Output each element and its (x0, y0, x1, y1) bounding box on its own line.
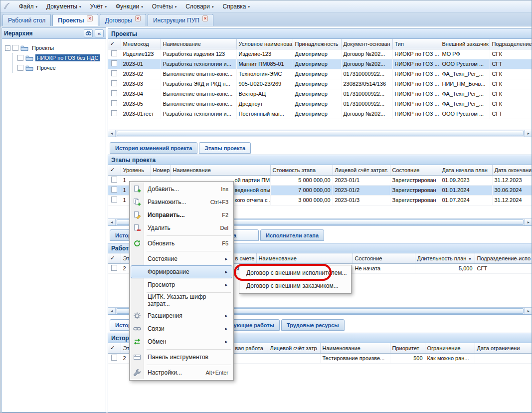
menu-item-add[interactable]: Добавить... Ins (131, 183, 232, 196)
row-checkbox[interactable] (108, 185, 121, 195)
column-header[interactable]: Наименование (171, 165, 270, 175)
scroll-right-icon[interactable]: ► (525, 308, 532, 314)
column-header[interactable]: Состояние (353, 253, 415, 263)
close-icon[interactable]: × (87, 15, 92, 21)
column-header[interactable]: Наименование (256, 253, 353, 263)
menu-item-duplicate[interactable]: Размножить... Ctrl+F3 (131, 196, 232, 208)
table-row[interactable]: 2023-01тестРазработка технологии и...Пос… (108, 109, 532, 119)
checkbox-icon[interactable] (111, 110, 117, 116)
checkbox-icon[interactable] (111, 90, 117, 96)
column-header[interactable]: Наименование (161, 39, 236, 49)
menubar-item-help[interactable]: Справка▾ (218, 1, 254, 11)
table-row[interactable]: 2023-05Выполнение опытно-конс...Дредноут… (108, 99, 532, 109)
close-icon[interactable]: × (135, 15, 141, 21)
checkbox-icon[interactable] (111, 197, 117, 203)
menu-item-extensions[interactable]: Расширения ► (131, 309, 232, 322)
column-header[interactable]: Номер (151, 165, 171, 175)
column-header[interactable]: Тип (392, 39, 440, 49)
menu-item-refresh[interactable]: Обновить F5 (131, 237, 232, 250)
scroll-left-icon[interactable]: ◄ (108, 308, 116, 314)
menubar-item-accounting[interactable]: Учёт▾ (85, 1, 111, 11)
checkbox-icon[interactable] (111, 100, 117, 106)
row-checkbox[interactable] (108, 353, 121, 363)
table-row[interactable]: 2023-03Разработка ЭКД и РКД н...905-U020… (108, 79, 532, 89)
column-header[interactable]: Ограничение (425, 343, 475, 353)
menubar-item-functions[interactable]: Функции▾ (111, 1, 148, 11)
menu-item-citk-cost-code[interactable]: ЦИТК. Указать шифр затрат... (131, 294, 232, 307)
table-row[interactable]: Изделие123Разработка изделия 123Изделие-… (108, 49, 532, 59)
tab-labor-resources[interactable]: Трудовые ресурсы (281, 319, 345, 331)
row-checkbox[interactable] (108, 69, 121, 79)
tab-stage-executors[interactable]: Исполнители этапа (260, 229, 324, 241)
tab-project-stages[interactable]: Этапы проекта (199, 142, 251, 154)
table-row[interactable]: 2023-04Выполнение опытно-конс...Вектор-А… (108, 89, 532, 99)
tree-checkbox[interactable] (17, 65, 23, 71)
column-header[interactable]: вая работа (233, 343, 268, 353)
horizontal-scrollbar[interactable]: ◄ ► (108, 130, 532, 137)
column-header[interactable]: Подразделение-испо (475, 253, 532, 263)
tab-desktop[interactable]: Рабочий стол (2, 14, 51, 26)
select-all-header[interactable]: ✓ (108, 253, 121, 263)
menu-item-view[interactable]: Просмотр ► (131, 278, 232, 291)
column-header[interactable]: Стоимость этапа (270, 165, 333, 175)
menu-item-delete[interactable]: Удалить Del (131, 221, 232, 234)
checkbox-icon[interactable] (111, 60, 117, 66)
menu-item-exchange[interactable]: Обмен ► (131, 335, 232, 348)
menu-item-edit[interactable]: Исправить... F2 (131, 208, 232, 221)
row-checkbox[interactable] (108, 79, 121, 89)
tree-checkbox[interactable] (17, 55, 23, 61)
column-header[interactable]: Состояние (390, 165, 440, 175)
tab-project-history[interactable]: История изменений проекта (110, 142, 197, 154)
menu-item-toolbar[interactable]: Панель инструментов (131, 351, 232, 364)
column-header[interactable]: Условное наименова (236, 39, 293, 49)
collapse-sidebar-icon[interactable]: « (95, 29, 104, 37)
submenu-item-external-customer-contract[interactable]: Договор с внешним заказчиком... (240, 279, 350, 292)
row-checkbox[interactable] (108, 99, 121, 109)
column-header[interactable]: Подразделение (490, 39, 532, 49)
tab-contracts[interactable]: Договоры× (100, 14, 146, 26)
scroll-left-icon[interactable]: ◄ (108, 130, 116, 137)
row-checkbox[interactable] (108, 263, 121, 273)
tree-expander-icon[interactable]: - (5, 45, 10, 51)
column-header[interactable]: Уровень (121, 165, 151, 175)
row-checkbox[interactable] (108, 89, 121, 99)
column-header[interactable]: Лицевой счёт затр (268, 343, 320, 353)
row-checkbox[interactable] (108, 195, 121, 205)
menubar-item-file[interactable]: Файл▾ (14, 1, 42, 11)
column-header[interactable]: Приоритет (390, 343, 425, 353)
column-header[interactable]: Наименование (320, 343, 390, 353)
menu-item-links[interactable]: Связи ► (131, 322, 232, 335)
column-header[interactable]: Принадлежность (293, 39, 341, 49)
table-row[interactable]: 2023-02Выполнение опытно-конс...Технолог… (108, 69, 532, 79)
column-header[interactable]: Внешний заказчик (440, 39, 490, 49)
column-header[interactable]: Мнемокод (121, 39, 161, 49)
menu-item-state[interactable]: Состояние ► (131, 252, 232, 265)
checkbox-icon[interactable] (111, 80, 117, 86)
menu-item-settings[interactable]: Настройки... Alt+Enter (131, 366, 232, 379)
scrollbar-thumb[interactable] (117, 131, 524, 136)
tab-instructions[interactable]: Инструкции ПУП× (148, 14, 213, 26)
menubar-item-reports[interactable]: Отчёты▾ (148, 1, 181, 11)
column-header[interactable]: Лицевой счёт затрат. (333, 165, 390, 175)
tree-item-projects[interactable]: - Проекты (5, 43, 106, 53)
tree-item-other[interactable]: Прочее (17, 63, 106, 73)
tree-checkbox[interactable] (12, 45, 18, 51)
row-checkbox[interactable] (108, 175, 121, 185)
search-icon[interactable] (84, 29, 93, 37)
checkbox-icon[interactable] (111, 50, 117, 56)
column-header[interactable]: в смете (233, 253, 256, 263)
select-all-header[interactable]: ✓ (108, 343, 121, 353)
checkbox-icon[interactable] (111, 265, 117, 271)
column-header[interactable]: Документ-основан (341, 39, 392, 49)
row-checkbox[interactable] (108, 109, 121, 119)
checkbox-icon[interactable] (111, 187, 117, 193)
checkbox-icon[interactable] (111, 355, 117, 361)
menubar-item-documents[interactable]: Документы▾ (42, 1, 85, 11)
menu-item-formation[interactable]: Формирование ► (131, 265, 232, 278)
column-header[interactable]: Длительность план▼ (415, 253, 475, 263)
column-header[interactable]: Дата окончани (492, 165, 532, 175)
select-all-header[interactable]: ✓ (108, 165, 121, 175)
row-checkbox[interactable] (108, 59, 121, 69)
scroll-right-icon[interactable]: ► (525, 219, 532, 225)
select-all-header[interactable]: ✓ (108, 39, 121, 49)
